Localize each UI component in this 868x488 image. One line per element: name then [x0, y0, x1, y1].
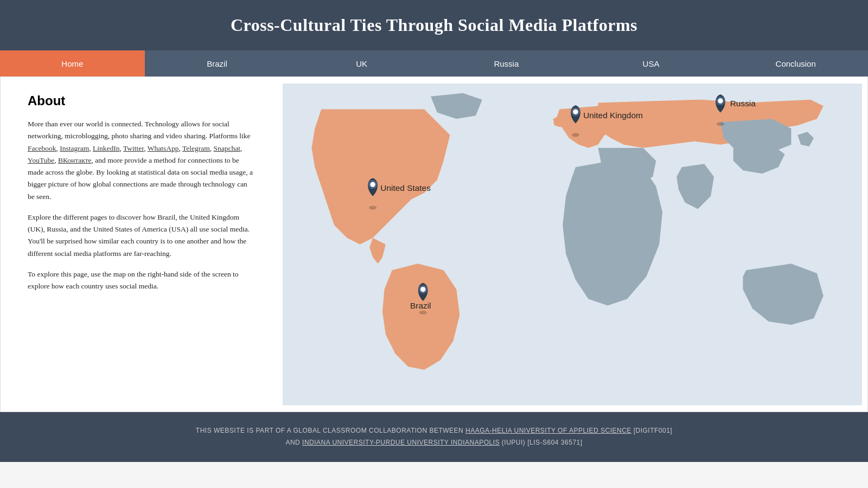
svg-point-1: [717, 122, 724, 126]
link-youtube[interactable]: YouTube: [28, 156, 54, 164]
svg-point-13: [419, 311, 427, 314]
site-header: Cross-Cultural Ties Through Social Media…: [0, 0, 868, 50]
link-whatsapp[interactable]: WhatsApp: [148, 144, 179, 152]
nav-bar: Home Brazil UK Russia USA Conclusion: [0, 50, 868, 76]
about-section: About More than ever our world is connec…: [1, 77, 277, 412]
svg-point-9: [369, 206, 376, 209]
svg-point-3: [718, 98, 723, 103]
svg-text:Russia: Russia: [730, 99, 756, 108]
main-content: About More than ever our world is connec…: [0, 76, 868, 412]
link-instagram[interactable]: Instagram: [60, 144, 89, 152]
link-vk[interactable]: ВКонтакте: [58, 156, 92, 164]
svg-text:United States: United States: [380, 183, 431, 192]
footer-line-1: THIS WEBSITE IS PART OF A GLOBAL CLASSRO…: [11, 425, 857, 437]
about-heading: About: [28, 93, 256, 108]
nav-item-brazil[interactable]: Brazil: [145, 50, 290, 76]
nav-item-home[interactable]: Home: [0, 50, 145, 76]
nav-item-conclusion[interactable]: Conclusion: [723, 50, 868, 76]
site-footer: THIS WEBSITE IS PART OF A GLOBAL CLASSRO…: [0, 412, 868, 461]
about-paragraph-1: More than ever our world is connected. T…: [28, 118, 256, 203]
svg-point-7: [573, 109, 578, 114]
svg-text:United Kingdom: United Kingdom: [583, 111, 643, 120]
link-telegram[interactable]: Telegram: [182, 144, 210, 152]
svg-text:Brazil: Brazil: [410, 301, 431, 310]
footer-line-2: AND INDIANA UNIVERSITY-PURDUE UNIVERSITY…: [11, 437, 857, 449]
world-map: Russia United Kingdom United States: [283, 82, 862, 406]
link-twitter[interactable]: Twitter: [123, 144, 144, 152]
footer-link-iupui[interactable]: INDIANA UNIVERSITY-PURDUE UNIVERSITY IND…: [302, 439, 500, 446]
map-section: Russia United Kingdom United States: [277, 77, 867, 412]
svg-point-15: [420, 287, 425, 292]
footer-link-haaga-helia[interactable]: HAAGA-HELIA UNIVERSITY OF APPLIED SCIENC…: [465, 427, 631, 434]
link-facebook[interactable]: Facebook: [28, 144, 56, 152]
about-paragraph-2: Explore the different pages to discover …: [28, 211, 256, 260]
svg-point-5: [572, 133, 579, 137]
site-title: Cross-Cultural Ties Through Social Media…: [11, 15, 857, 35]
about-paragraph-3: To explore this page, use the map on the…: [28, 268, 256, 293]
svg-point-11: [370, 182, 375, 187]
link-linkedin[interactable]: LinkedIn: [93, 144, 120, 152]
nav-item-russia[interactable]: Russia: [434, 50, 579, 76]
nav-item-uk[interactable]: UK: [289, 50, 434, 76]
link-snapchat[interactable]: Snapchat: [214, 144, 241, 152]
nav-item-usa[interactable]: USA: [579, 50, 724, 76]
